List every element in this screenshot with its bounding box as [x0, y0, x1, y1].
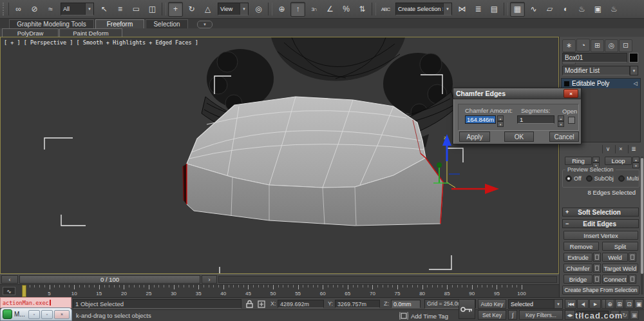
modifier-list-arrow[interactable]: ▼ — [630, 66, 638, 75]
chamfer-amount-spinner[interactable]: ▴▾ — [497, 115, 504, 127]
ring-button[interactable]: Ring — [565, 157, 592, 165]
select-and-move-icon[interactable]: + — [168, 2, 183, 17]
curve-editor-icon[interactable]: ∿ — [526, 2, 541, 17]
panel-scrollbar[interactable] — [641, 157, 643, 295]
configure-modifier-sets-icon[interactable]: ≣ — [628, 145, 639, 153]
preview-off-radio[interactable]: Off — [565, 175, 582, 182]
use-pivot-point-icon[interactable]: ◎ — [251, 2, 266, 17]
spinner-snap-icon[interactable]: ⇅ — [355, 2, 370, 17]
reference-coordinate-combo[interactable]: View▼ — [218, 3, 249, 15]
graphite-ribbon-toggle-icon[interactable]: ▦ — [510, 2, 525, 17]
key-filters-button[interactable]: Key Filters... — [519, 310, 563, 320]
loop-button[interactable]: Loop — [605, 157, 632, 165]
select-object-icon[interactable]: ↖ — [97, 2, 111, 17]
soft-selection-rollout[interactable]: + Soft Selection — [562, 208, 639, 217]
add-time-tag-button[interactable]: Add Time Tag — [411, 311, 456, 320]
stack-item-editable-poly[interactable]: Editable Poly ◁ — [562, 79, 640, 88]
chamfer-edges-dialog[interactable]: Chamfer Edges × Chamfer Amount: Segments… — [453, 88, 582, 144]
create-tab-icon[interactable]: ∗ — [562, 39, 576, 52]
ribbon-minimize-button[interactable]: ▼ — [197, 21, 213, 28]
subtab-polydraw[interactable]: PolyDraw — [2, 28, 59, 37]
preview-multi-radio[interactable]: Multi — [618, 175, 639, 182]
render-production-icon[interactable]: ♨ — [607, 2, 621, 17]
hierarchy-tab-icon[interactable]: ⊞ — [591, 39, 604, 52]
selection-filter-combo[interactable]: All▼ — [61, 3, 94, 15]
zoom-extents-icon[interactable]: ⊡ — [625, 299, 634, 309]
connect-settings-button[interactable] — [629, 275, 636, 284]
chamfer-amount-input[interactable]: 164.846m — [465, 115, 496, 124]
remove-modifier-icon[interactable]: × — [615, 145, 626, 153]
zoom-all-icon[interactable]: ⊞ — [615, 299, 624, 309]
previous-frame-arrow[interactable]: ‹ — [1, 275, 18, 284]
current-frame-marker[interactable] — [22, 285, 26, 297]
bind-to-space-warp-icon[interactable]: ≈ — [43, 2, 58, 17]
snap-toggle-3d-icon[interactable]: 3∩ — [307, 2, 321, 17]
mini-window-restore-button[interactable]: ▫ — [41, 310, 53, 319]
dialog-close-button[interactable]: × — [564, 89, 578, 98]
named-selection-sets-icon[interactable]: ABC — [378, 2, 393, 17]
layer-manager-icon[interactable]: ▤ — [487, 2, 502, 17]
time-tag-icon[interactable] — [399, 311, 408, 320]
dialog-titlebar[interactable]: Chamfer Edges × — [453, 88, 581, 99]
tab-freeform[interactable]: Freeform — [95, 19, 144, 28]
display-tab-icon[interactable]: ⊡ — [619, 39, 632, 52]
segments-spinner[interactable]: ▴▾ — [558, 115, 564, 127]
perspective-viewport[interactable]: [ + ] [ Perspective ] [ Smooth + Highlig… — [0, 37, 559, 274]
remove-button[interactable]: Remove — [564, 242, 599, 251]
create-shape-button[interactable]: Create Shape From Selection — [562, 286, 639, 295]
tab-selection[interactable]: Selection — [146, 19, 188, 28]
modifier-list-dropdown[interactable]: Modifier List — [562, 66, 630, 75]
bridge-settings-button[interactable] — [593, 275, 601, 284]
play-button[interactable]: ▶ — [589, 299, 601, 309]
split-button[interactable]: Split — [602, 242, 638, 251]
zoom-icon[interactable]: ⊕ — [605, 299, 614, 309]
key-filter-dropdown[interactable]: Selected ▼ — [508, 299, 563, 309]
schematic-view-icon[interactable]: ▱ — [542, 2, 557, 17]
object-color-swatch[interactable] — [629, 53, 638, 63]
tab-graphite-modeling-tools[interactable]: Graphite Modeling Tools — [9, 19, 94, 28]
target-weld-button[interactable]: Target Weld — [602, 264, 638, 273]
x-coordinate-field[interactable]: 4289.692m — [278, 300, 324, 308]
chamfer-button[interactable]: Chamfer — [564, 264, 592, 273]
go-to-start-button[interactable]: |◀◀ — [565, 299, 576, 309]
auto-key-button[interactable]: Auto Key — [478, 299, 506, 309]
next-frame-arrow[interactable]: › — [202, 275, 217, 284]
track-bar-ruler[interactable]: 0510152025303540455055606570758085909510… — [19, 285, 538, 297]
y-coordinate-field[interactable]: 3269.757m — [335, 300, 380, 308]
object-name-field[interactable]: Box01 — [562, 53, 627, 63]
select-and-link-icon[interactable]: ∞ — [11, 2, 26, 17]
select-by-name-icon[interactable]: ≡ — [113, 2, 128, 17]
default-tangent-button[interactable]: ∫ — [508, 310, 517, 320]
weld-button[interactable]: Weld — [602, 253, 628, 262]
mirror-icon[interactable]: ⋈ — [455, 2, 469, 17]
ok-button[interactable]: OK — [504, 131, 534, 142]
unlink-selection-icon[interactable]: ⊘ — [27, 2, 42, 17]
named-selection-set-combo[interactable]: Create Selection Se▼ — [395, 3, 452, 15]
select-and-rotate-icon[interactable]: ↻ — [184, 2, 199, 17]
loop-spinner[interactable]: ▴▾ — [632, 157, 639, 168]
overlapping-window-titlebar[interactable]: M... ▫▫× — [0, 307, 72, 321]
mini-window-minimize-button[interactable]: ▫ — [28, 310, 40, 319]
mini-window-close-button[interactable]: × — [54, 310, 70, 319]
show-end-result-icon[interactable]: ∨ — [602, 145, 613, 153]
rectangular-selection-region-icon[interactable]: ▭ — [129, 2, 144, 17]
cancel-button[interactable]: Cancel — [549, 131, 579, 142]
subtab-paint-deform[interactable]: Paint Deform — [59, 28, 122, 37]
keyboard-override-icon[interactable]: ↑ — [290, 2, 305, 17]
preview-subobj-radio[interactable]: SubObj — [586, 175, 614, 182]
select-and-scale-icon[interactable]: △ — [200, 2, 215, 17]
window-crossing-icon[interactable]: ◫ — [145, 2, 160, 17]
bridge-button[interactable]: Bridge — [564, 275, 592, 284]
motion-tab-icon[interactable]: ◎ — [605, 39, 618, 52]
segments-input[interactable]: 1 — [517, 115, 554, 124]
set-keys-button[interactable] — [459, 299, 475, 319]
maxscript-mini-listener[interactable]: actionMan.exec — [0, 297, 71, 308]
open-checkbox[interactable] — [568, 117, 575, 124]
key-mode-toggle[interactable]: ◀▶ — [565, 310, 575, 320]
align-icon[interactable]: ≣ — [471, 2, 486, 17]
apply-button[interactable]: Apply — [459, 131, 490, 142]
track-bar[interactable]: ∿ 05101520253035404550556065707580859095… — [0, 284, 559, 297]
time-slider-handle[interactable]: 0 / 100 — [19, 275, 200, 284]
rendered-frame-icon[interactable]: ▣ — [591, 2, 605, 17]
z-coordinate-field[interactable]: 0.0mm — [391, 300, 421, 308]
